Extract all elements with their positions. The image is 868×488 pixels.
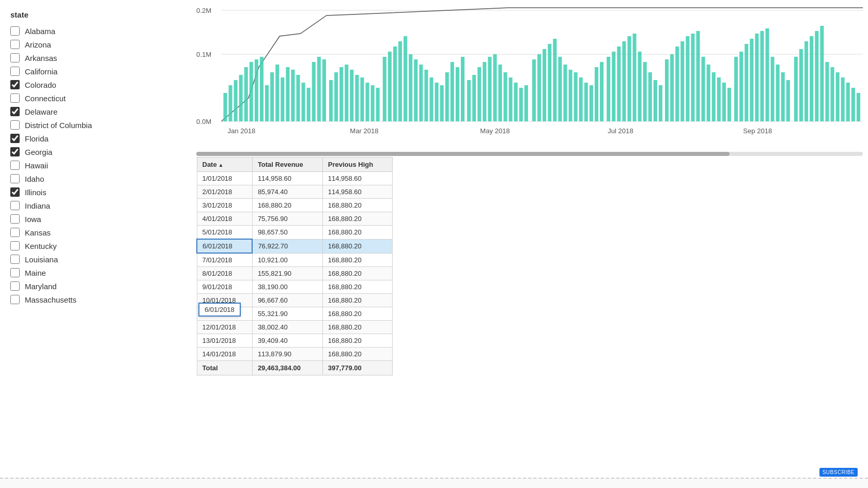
cell-date[interactable]: 6/01/2018 [197, 239, 252, 253]
state-item-idaho[interactable]: Idaho [10, 174, 181, 183]
svg-rect-81 [638, 52, 642, 121]
svg-rect-73 [595, 67, 598, 121]
state-item-district-of-columbia[interactable]: District of Columbia [10, 120, 181, 130]
cell-date[interactable]: 14/01/2018 [197, 348, 252, 361]
cell-date[interactable]: 7/01/2018 [197, 253, 252, 267]
svg-rect-23 [329, 80, 333, 121]
state-checkbox-arkansas[interactable] [10, 53, 20, 62]
state-label-maryland: Maryland [25, 282, 57, 291]
svg-rect-122 [857, 93, 860, 121]
cell-date[interactable]: 8/01/2018 [197, 267, 252, 280]
state-checkbox-florida[interactable] [10, 134, 20, 143]
svg-rect-61 [532, 59, 536, 121]
svg-rect-3 [223, 93, 227, 121]
col-date[interactable]: Date [197, 158, 252, 172]
table-row[interactable]: 13/01/201839,409.40168,880.20 [197, 334, 393, 348]
col-previous-high[interactable]: Previous High [322, 158, 392, 172]
col-total-revenue[interactable]: Total Revenue [252, 158, 322, 172]
state-item-indiana[interactable]: Indiana [10, 201, 181, 210]
cell-date[interactable]: 13/01/2018 [197, 334, 252, 348]
state-item-maine[interactable]: Maine [10, 268, 181, 277]
state-item-georgia[interactable]: Georgia [10, 147, 181, 156]
state-checkbox-iowa[interactable] [10, 214, 20, 224]
table-row[interactable]: 14/01/2018113,879.90168,880.20 [197, 348, 393, 361]
state-item-maryland[interactable]: Maryland [10, 281, 181, 291]
svg-rect-103 [755, 34, 758, 121]
state-checkbox-arizona[interactable] [10, 40, 20, 49]
state-checkbox-alabama[interactable] [10, 26, 20, 36]
state-checkbox-kentucky[interactable] [10, 241, 20, 250]
state-item-delaware[interactable]: Delaware [10, 107, 181, 116]
cell-prev-high: 168,880.20 [322, 348, 392, 361]
svg-rect-69 [574, 72, 578, 121]
svg-rect-36 [398, 41, 402, 121]
state-checkbox-hawaii[interactable] [10, 161, 20, 170]
svg-rect-75 [607, 57, 610, 121]
state-item-arkansas[interactable]: Arkansas [10, 53, 181, 62]
state-checkbox-kansas[interactable] [10, 228, 20, 237]
state-item-california[interactable]: California [10, 67, 181, 76]
cell-date[interactable]: 5/01/2018 [197, 226, 252, 240]
svg-rect-33 [383, 57, 386, 121]
cell-revenue: 76,922.70 [252, 239, 322, 253]
table-row[interactable]: 3/01/2018168,880.20168,880.20 [197, 199, 393, 212]
cell-revenue: 10,921.00 [252, 253, 322, 267]
svg-rect-22 [322, 59, 326, 121]
state-item-louisiana[interactable]: Louisiana [10, 255, 181, 264]
state-item-illinois[interactable]: Illinois [10, 187, 181, 197]
state-checkbox-louisiana[interactable] [10, 255, 20, 264]
svg-rect-79 [627, 36, 631, 121]
state-item-florida[interactable]: Florida [10, 134, 181, 143]
cell-date[interactable]: 12/01/2018 [197, 321, 252, 334]
state-label-illinois: Illinois [25, 188, 47, 197]
state-item-massachusetts[interactable]: Massachusetts [10, 295, 181, 304]
state-item-iowa[interactable]: Iowa [10, 214, 181, 224]
cell-date[interactable]: 1/01/2018 [197, 172, 252, 185]
table-row[interactable]: 6/01/201876,922.70168,880.20 [197, 239, 393, 253]
state-checkbox-delaware[interactable] [10, 107, 20, 116]
table-row[interactable]: 2/01/201885,974.40114,958.60 [197, 185, 393, 199]
table-row[interactable]: 4/01/201875,756.90168,880.20 [197, 212, 393, 226]
svg-rect-97 [722, 83, 726, 121]
footer-revenue: 29,463,384.00 [252, 361, 322, 375]
svg-rect-95 [712, 72, 716, 121]
state-item-connecticut[interactable]: Connecticut [10, 93, 181, 103]
table-row[interactable]: 9/01/201838,190.00168,880.20 [197, 280, 393, 294]
cell-date[interactable]: 4/01/2018 [197, 212, 252, 226]
state-checkbox-california[interactable] [10, 67, 20, 76]
state-checkbox-district-of-columbia[interactable] [10, 120, 20, 130]
table-body: 1/01/2018114,958.60114,958.602/01/201885… [197, 172, 393, 361]
state-item-alabama[interactable]: Alabama [10, 26, 181, 36]
state-checkbox-indiana[interactable] [10, 201, 20, 210]
state-checkbox-idaho[interactable] [10, 174, 20, 183]
table-row[interactable]: 1/01/2018114,958.60114,958.60 [197, 172, 393, 185]
chart-bars [223, 26, 860, 121]
svg-rect-105 [766, 28, 769, 121]
cell-date[interactable]: 9/01/2018 [197, 280, 252, 294]
state-item-colorado[interactable]: Colorado [10, 80, 181, 89]
table-row[interactable]: 7/01/201810,921.00168,880.20 [197, 253, 393, 267]
top-scrollbar-track[interactable] [196, 152, 863, 156]
cell-revenue: 55,321.90 [252, 307, 322, 321]
state-checkbox-colorado[interactable] [10, 80, 20, 89]
state-checkbox-maryland[interactable] [10, 281, 20, 291]
state-checkbox-illinois[interactable] [10, 187, 20, 197]
state-checkbox-connecticut[interactable] [10, 93, 20, 103]
top-scrollbar-thumb[interactable] [196, 152, 730, 156]
table-row[interactable]: 12/01/201838,002.40168,880.20 [197, 321, 393, 334]
state-item-kentucky[interactable]: Kentucky [10, 241, 181, 250]
state-checkbox-maine[interactable] [10, 268, 20, 277]
cell-date[interactable]: 3/01/2018 [197, 199, 252, 212]
state-item-arizona[interactable]: Arizona [10, 40, 181, 49]
state-item-kansas[interactable]: Kansas [10, 228, 181, 237]
state-checkbox-massachusetts[interactable] [10, 295, 20, 304]
svg-rect-100 [739, 52, 743, 121]
table-row[interactable]: 8/01/2018155,821.90168,880.20 [197, 267, 393, 280]
state-label-florida: Florida [25, 134, 49, 143]
state-item-hawaii[interactable]: Hawaii [10, 161, 181, 170]
state-checkbox-georgia[interactable] [10, 147, 20, 156]
cell-date[interactable]: 2/01/2018 [197, 185, 252, 199]
table-row[interactable]: 5/01/201898,657.50168,880.20 [197, 226, 393, 240]
svg-rect-117 [831, 67, 834, 121]
subscribe-badge[interactable]: SUBSCRIBE [819, 468, 858, 477]
